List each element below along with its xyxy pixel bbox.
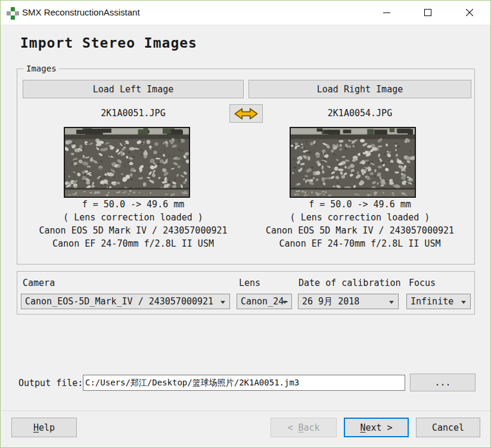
footer-divider	[1, 410, 491, 411]
right-camera-model: Canon EOS 5D Mark IV / 243057000921	[248, 224, 471, 237]
close-icon	[466, 9, 473, 16]
camera-dropdown-value: Canon_EOS-5D_Mark_IV / 243057000921	[25, 296, 213, 307]
app-icon	[7, 7, 19, 20]
right-image-info: f = 50.0 -> 49.6 mm ( Lens correction lo…	[248, 198, 471, 250]
chevron-down-icon	[282, 301, 287, 304]
left-focal-length: f = 50.0 -> 49.6 mm	[23, 198, 244, 211]
date-dropdown-value: 26 9月 2018	[302, 296, 359, 307]
maximize-button[interactable]	[414, 1, 442, 24]
cancel-button[interactable]: Cancel	[416, 418, 480, 437]
app-window: SMX ReconstructionAssistant Import Stere…	[0, 0, 491, 448]
close-button[interactable]	[456, 1, 483, 24]
minimize-button[interactable]	[373, 1, 400, 24]
lens-dropdown[interactable]: Canon_24-	[237, 294, 292, 309]
lens-label: Lens	[239, 278, 260, 288]
images-groupbox: Images Load Left Image Load Right Image …	[17, 69, 475, 265]
camera-label: Camera	[23, 278, 55, 288]
titlebar: SMX ReconstructionAssistant	[1, 1, 490, 24]
left-image-thumbnail	[64, 127, 190, 198]
images-groupbox-label: Images	[24, 64, 59, 73]
chevron-down-icon	[389, 301, 394, 304]
output-file-input[interactable]	[83, 375, 405, 391]
right-focal-length: f = 50.0 -> 49.6 mm	[248, 198, 471, 211]
left-image-info: f = 50.0 -> 49.6 mm ( Lens correction lo…	[23, 198, 244, 250]
chevron-down-icon	[461, 301, 466, 304]
right-image-thumbnail	[290, 127, 416, 198]
swap-images-button[interactable]	[229, 104, 263, 123]
focus-dropdown-value: Infinite	[411, 296, 453, 307]
camera-dropdown[interactable]: Canon_EOS-5D_Mark_IV / 243057000921	[21, 294, 230, 309]
window-title: SMX ReconstructionAssistant	[22, 7, 140, 17]
calibration-groupbox: Camera Lens Date of calibration Focus Ca…	[17, 271, 475, 315]
load-left-image-button[interactable]: Load Left Image	[23, 80, 244, 98]
load-right-image-button[interactable]: Load Right Image	[248, 80, 471, 98]
help-button[interactable]: Help	[11, 418, 77, 437]
next-button[interactable]: Next >	[344, 418, 409, 437]
maximize-icon	[424, 9, 431, 16]
back-button: < Back	[271, 418, 337, 437]
date-of-calibration-label: Date of calibration	[299, 278, 401, 288]
focus-label: Focus	[409, 278, 436, 288]
chevron-down-icon	[220, 301, 225, 304]
right-image-filename: 2K1A0054.JPG	[248, 108, 471, 119]
left-image-filename: 2K1A0051.JPG	[23, 108, 244, 119]
focus-dropdown[interactable]: Infinite	[406, 294, 471, 309]
output-file-label: Output file:	[18, 378, 83, 388]
right-lens-model: Canon EF 24-70mm f/2.8L II USM	[248, 237, 471, 250]
minimize-icon	[383, 9, 390, 16]
left-lens-model: Canon EF 24-70mm f/2.8L II USM	[23, 237, 244, 250]
right-lens-correction-status: ( Lens correction loaded )	[248, 211, 471, 224]
orange-double-arrow-icon	[234, 107, 259, 120]
left-lens-correction-status: ( Lens correction loaded )	[23, 211, 244, 224]
browse-button[interactable]: ...	[410, 374, 476, 391]
date-of-calibration-dropdown[interactable]: 26 9月 2018	[298, 294, 399, 309]
page-title: Import Stereo Images	[20, 35, 197, 51]
left-camera-model: Canon EOS 5D Mark IV / 243057000921	[23, 224, 244, 237]
